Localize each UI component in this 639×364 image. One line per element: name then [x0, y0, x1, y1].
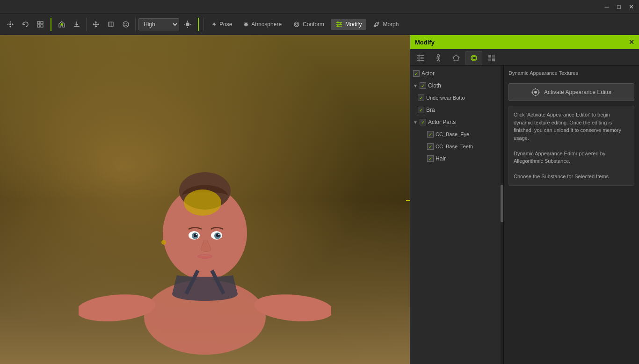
tree-label-actor: Actor	[421, 70, 435, 77]
undo-button[interactable]	[19, 18, 32, 31]
tree-item-cc-base-teeth[interactable]: ✓ CC_Base_Teeth	[410, 140, 503, 153]
svg-rect-6	[74, 26, 80, 27]
svg-point-65	[534, 91, 537, 94]
frame-button[interactable]	[34, 18, 47, 31]
svg-point-12	[126, 23, 127, 24]
tree-item-hair[interactable]: ✓ Hair	[410, 153, 503, 165]
tree-label-hair: Hair	[436, 155, 446, 162]
info-line-3: Choose the Substance for Selected Items.	[514, 173, 629, 181]
svg-line-52	[438, 59, 440, 61]
minimize-button[interactable]: ─	[603, 3, 611, 11]
checkbox-hair[interactable]: ✓	[427, 155, 434, 162]
morph-nav-label: Morph	[383, 21, 399, 28]
svg-point-5	[61, 23, 63, 26]
tab-pose[interactable]	[430, 51, 447, 65]
svg-point-0	[9, 23, 11, 25]
tree-panel: ✓ Actor ▼ ✓ Cloth ✓ Underwear Botto ✓	[410, 66, 504, 364]
tree-label-cc-base-teeth: CC_Base_Teeth	[436, 144, 473, 149]
toolbar-separator-4	[198, 18, 199, 31]
checkbox-cc-base-eye[interactable]: ✓	[427, 131, 434, 138]
modify-panel: Modify ✕	[410, 35, 639, 364]
tree-item-actor-parts[interactable]: ▼ ✓ Actor Parts	[410, 116, 503, 128]
tree-item-underwear[interactable]: ✓ Underwear Botto	[410, 92, 503, 104]
pose-nav-button[interactable]: ✦ Pose	[207, 19, 237, 30]
tab-material[interactable]	[465, 51, 482, 65]
svg-point-24	[337, 25, 339, 27]
tree-item-cc-base-eye[interactable]: ✓ CC_Base_Eye	[410, 128, 503, 140]
toolbar-separator-2	[86, 18, 87, 31]
conform-nav-button[interactable]: Conform	[288, 19, 329, 30]
tab-checker[interactable]	[483, 51, 500, 65]
svg-rect-1	[37, 22, 40, 24]
tree-item-actor[interactable]: ✓ Actor	[410, 67, 503, 80]
svg-rect-4	[41, 25, 43, 27]
tree-label-cc-base-eye: CC_Base_Eye	[436, 131, 469, 137]
svg-rect-2	[41, 22, 43, 24]
atmosphere-nav-button[interactable]: ✸ Atmosphere	[239, 19, 286, 30]
morph-nav-button[interactable]: Morph	[368, 19, 403, 30]
character-portrait	[79, 74, 331, 364]
modify-nav-button[interactable]: Modify	[331, 19, 366, 30]
viewport-indicator	[406, 200, 410, 201]
modify-nav-label: Modify	[345, 21, 362, 28]
panel-header: Modify ✕	[410, 35, 639, 49]
import-button[interactable]	[70, 18, 83, 31]
checkbox-bra[interactable]: ✓	[418, 107, 424, 113]
svg-rect-63	[492, 58, 495, 61]
svg-point-18	[294, 22, 299, 27]
activate-appearance-editor-button[interactable]: Activate Appearance Editor	[508, 83, 634, 101]
tab-shape[interactable]	[448, 51, 465, 65]
tree-label-cloth: Cloth	[428, 82, 441, 89]
pose-nav-icon: ✦	[211, 21, 217, 28]
panel-title: Modify	[415, 39, 435, 46]
toolbar-separator-3	[135, 18, 136, 31]
rotate-button[interactable]	[104, 18, 117, 31]
maximize-button[interactable]: □	[615, 3, 623, 11]
panel-tabs	[410, 49, 639, 66]
tab-settings[interactable]	[412, 51, 429, 65]
titlebar: ─ □ ✕	[0, 0, 639, 14]
info-line-2: Dynamic Appearance Editor powered by All…	[514, 150, 629, 165]
tree-item-cloth[interactable]: ▼ ✓ Cloth	[410, 80, 503, 92]
svg-rect-62	[488, 58, 491, 61]
svg-point-57	[453, 57, 454, 58]
main-area: Modify ✕	[0, 35, 639, 364]
svg-point-40	[218, 234, 220, 235]
atmosphere-nav-label: Atmosphere	[251, 21, 282, 28]
svg-point-46	[421, 57, 423, 59]
checkbox-cloth[interactable]: ✓	[420, 82, 426, 89]
checkbox-actor[interactable]: ✓	[413, 70, 420, 77]
quality-select[interactable]: Low Medium High Very High Ultra	[138, 18, 179, 30]
svg-rect-61	[492, 55, 495, 58]
checkbox-actor-parts[interactable]: ✓	[420, 119, 426, 125]
home-button[interactable]	[55, 18, 68, 31]
panel-close-icon[interactable]: ✕	[629, 38, 634, 46]
activate-icon	[531, 87, 540, 97]
svg-point-32	[184, 189, 221, 216]
conform-nav-icon	[293, 21, 300, 28]
svg-point-10	[123, 22, 129, 27]
pose-nav-label: Pose	[219, 21, 232, 28]
appearance-panel: Dynamic Appearance Textures Activate App…	[504, 66, 639, 364]
svg-rect-7	[109, 22, 113, 27]
checkbox-underwear[interactable]: ✓	[418, 95, 424, 101]
info-line-1: Click 'Activate Appearance Editor' to be…	[514, 111, 629, 142]
tree-scrollbar[interactable]	[501, 66, 503, 364]
pan-button[interactable]	[89, 18, 102, 31]
tree-label-actor-parts: Actor Parts	[428, 119, 456, 125]
svg-point-39	[196, 234, 197, 235]
checkbox-cc-base-teeth[interactable]: ✓	[427, 143, 434, 150]
svg-point-41	[161, 240, 166, 245]
svg-point-13	[186, 22, 189, 26]
move-tool-button[interactable]	[4, 18, 17, 31]
info-box: Click 'Activate Appearance Editor' to be…	[508, 106, 634, 186]
svg-rect-60	[488, 55, 491, 58]
svg-point-23	[340, 23, 341, 25]
light-button[interactable]	[181, 18, 194, 31]
face-button[interactable]	[119, 18, 132, 31]
svg-point-55	[457, 60, 459, 61]
tree-item-bra[interactable]: ✓ Bra	[410, 104, 503, 116]
svg-point-47	[418, 59, 420, 61]
viewport[interactable]	[0, 35, 410, 364]
close-button[interactable]: ✕	[627, 3, 635, 11]
